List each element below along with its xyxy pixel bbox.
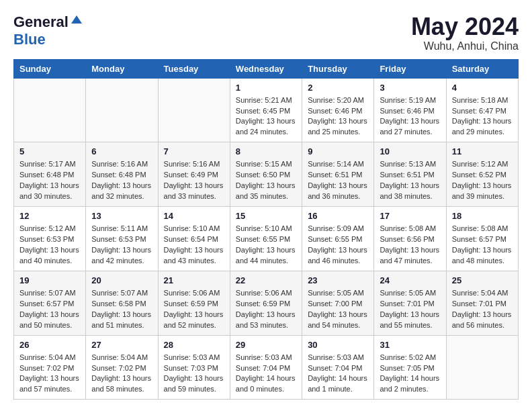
day-number: 2 [308,83,368,93]
day-number: 8 [236,146,296,156]
calendar-cell: 9Sunrise: 5:14 AM Sunset: 6:51 PM Daylig… [302,142,374,207]
day-number: 23 [308,275,368,285]
header-thursday: Thursday [302,59,374,78]
calendar-cell: 13Sunrise: 5:11 AM Sunset: 6:53 PM Dayli… [86,207,158,271]
day-info: Sunrise: 5:10 AM Sunset: 6:55 PM Dayligh… [236,224,296,267]
day-info: Sunrise: 5:16 AM Sunset: 6:49 PM Dayligh… [164,159,224,202]
calendar-cell: 14Sunrise: 5:10 AM Sunset: 6:54 PM Dayli… [158,207,230,271]
day-info: Sunrise: 5:07 AM Sunset: 6:57 PM Dayligh… [19,288,80,331]
day-info: Sunrise: 5:20 AM Sunset: 6:46 PM Dayligh… [308,95,368,138]
day-info: Sunrise: 5:16 AM Sunset: 6:48 PM Dayligh… [91,159,152,202]
calendar-cell: 29Sunrise: 5:03 AM Sunset: 7:04 PM Dayli… [230,335,302,400]
day-number: 12 [19,211,80,221]
day-info: Sunrise: 5:03 AM Sunset: 7:03 PM Dayligh… [164,353,224,396]
svg-marker-0 [71,15,82,24]
calendar-cell: 27Sunrise: 5:04 AM Sunset: 7:02 PM Dayli… [86,335,158,400]
day-number: 11 [452,146,513,156]
day-number: 25 [452,275,513,285]
day-number: 18 [452,211,513,221]
calendar-cell: 22Sunrise: 5:06 AM Sunset: 6:59 PM Dayli… [230,271,302,335]
header-saturday: Saturday [446,59,518,78]
header-tuesday: Tuesday [158,59,230,78]
week-row-1: 1Sunrise: 5:21 AM Sunset: 6:45 PM Daylig… [14,78,519,142]
logo-icon [70,14,83,28]
day-number: 6 [91,146,152,156]
calendar-cell: 25Sunrise: 5:04 AM Sunset: 7:01 PM Dayli… [446,271,518,335]
day-info: Sunrise: 5:04 AM Sunset: 7:01 PM Dayligh… [452,288,513,331]
day-number: 22 [236,275,296,285]
day-number: 19 [19,275,80,285]
day-number: 4 [452,83,513,93]
header-row: SundayMondayTuesdayWednesdayThursdayFrid… [14,59,519,78]
day-number: 26 [19,340,80,350]
calendar-cell [446,335,518,400]
calendar-cell: 5Sunrise: 5:17 AM Sunset: 6:48 PM Daylig… [14,142,86,207]
day-number: 16 [308,211,368,221]
day-number: 3 [380,83,440,93]
logo-general-text: General [13,13,69,31]
month-title: May 2024 [411,13,519,40]
week-row-5: 26Sunrise: 5:04 AM Sunset: 7:02 PM Dayli… [14,335,519,400]
day-info: Sunrise: 5:02 AM Sunset: 7:05 PM Dayligh… [380,353,440,396]
day-info: Sunrise: 5:13 AM Sunset: 6:51 PM Dayligh… [380,159,440,202]
calendar-cell: 15Sunrise: 5:10 AM Sunset: 6:55 PM Dayli… [230,207,302,271]
page-header: General Blue May 2024 Wuhu, Anhui, China [13,13,519,52]
day-number: 20 [91,275,152,285]
calendar-cell: 16Sunrise: 5:09 AM Sunset: 6:55 PM Dayli… [302,207,374,271]
day-info: Sunrise: 5:04 AM Sunset: 7:02 PM Dayligh… [91,353,152,396]
calendar-cell: 17Sunrise: 5:08 AM Sunset: 6:56 PM Dayli… [374,207,446,271]
day-number: 28 [164,340,224,350]
day-info: Sunrise: 5:12 AM Sunset: 6:52 PM Dayligh… [452,159,513,202]
calendar-cell: 8Sunrise: 5:15 AM Sunset: 6:50 PM Daylig… [230,142,302,207]
day-number: 14 [164,211,224,221]
calendar-cell: 7Sunrise: 5:16 AM Sunset: 6:49 PM Daylig… [158,142,230,207]
day-number: 17 [380,211,440,221]
calendar-cell: 26Sunrise: 5:04 AM Sunset: 7:02 PM Dayli… [14,335,86,400]
calendar-cell [14,78,86,142]
day-info: Sunrise: 5:11 AM Sunset: 6:53 PM Dayligh… [91,224,152,267]
day-info: Sunrise: 5:10 AM Sunset: 6:54 PM Dayligh… [164,224,224,267]
day-info: Sunrise: 5:15 AM Sunset: 6:50 PM Dayligh… [236,159,296,202]
day-info: Sunrise: 5:06 AM Sunset: 6:59 PM Dayligh… [164,288,224,331]
week-row-2: 5Sunrise: 5:17 AM Sunset: 6:48 PM Daylig… [14,142,519,207]
day-number: 5 [19,146,80,156]
calendar-cell [86,78,158,142]
calendar-table: SundayMondayTuesdayWednesdayThursdayFrid… [13,59,519,400]
day-info: Sunrise: 5:04 AM Sunset: 7:02 PM Dayligh… [19,353,80,396]
day-number: 30 [308,340,368,350]
day-number: 29 [236,340,296,350]
day-number: 7 [164,146,224,156]
day-number: 15 [236,211,296,221]
day-info: Sunrise: 5:03 AM Sunset: 7:04 PM Dayligh… [236,353,296,396]
calendar-cell: 1Sunrise: 5:21 AM Sunset: 6:45 PM Daylig… [230,78,302,142]
day-number: 31 [380,340,440,350]
calendar-cell: 19Sunrise: 5:07 AM Sunset: 6:57 PM Dayli… [14,271,86,335]
calendar-cell: 20Sunrise: 5:07 AM Sunset: 6:58 PM Dayli… [86,271,158,335]
day-number: 9 [308,146,368,156]
calendar-cell: 3Sunrise: 5:19 AM Sunset: 6:46 PM Daylig… [374,78,446,142]
calendar-cell [158,78,230,142]
week-row-4: 19Sunrise: 5:07 AM Sunset: 6:57 PM Dayli… [14,271,519,335]
day-info: Sunrise: 5:09 AM Sunset: 6:55 PM Dayligh… [308,224,368,267]
calendar-cell: 31Sunrise: 5:02 AM Sunset: 7:05 PM Dayli… [374,335,446,400]
day-info: Sunrise: 5:05 AM Sunset: 7:00 PM Dayligh… [308,288,368,331]
day-number: 1 [236,83,296,93]
day-info: Sunrise: 5:08 AM Sunset: 6:56 PM Dayligh… [380,224,440,267]
week-row-3: 12Sunrise: 5:12 AM Sunset: 6:53 PM Dayli… [14,207,519,271]
day-info: Sunrise: 5:12 AM Sunset: 6:53 PM Dayligh… [19,224,80,267]
day-info: Sunrise: 5:08 AM Sunset: 6:57 PM Dayligh… [452,224,513,267]
day-info: Sunrise: 5:06 AM Sunset: 6:59 PM Dayligh… [236,288,296,331]
calendar-cell: 30Sunrise: 5:03 AM Sunset: 7:04 PM Dayli… [302,335,374,400]
calendar-cell: 12Sunrise: 5:12 AM Sunset: 6:53 PM Dayli… [14,207,86,271]
day-number: 27 [91,340,152,350]
calendar-cell: 11Sunrise: 5:12 AM Sunset: 6:52 PM Dayli… [446,142,518,207]
day-number: 10 [380,146,440,156]
day-info: Sunrise: 5:14 AM Sunset: 6:51 PM Dayligh… [308,159,368,202]
day-info: Sunrise: 5:18 AM Sunset: 6:47 PM Dayligh… [452,95,513,138]
calendar-cell: 24Sunrise: 5:05 AM Sunset: 7:01 PM Dayli… [374,271,446,335]
calendar-cell: 21Sunrise: 5:06 AM Sunset: 6:59 PM Dayli… [158,271,230,335]
calendar-cell: 18Sunrise: 5:08 AM Sunset: 6:57 PM Dayli… [446,207,518,271]
calendar-cell: 23Sunrise: 5:05 AM Sunset: 7:00 PM Dayli… [302,271,374,335]
day-info: Sunrise: 5:17 AM Sunset: 6:48 PM Dayligh… [19,159,80,202]
day-info: Sunrise: 5:07 AM Sunset: 6:58 PM Dayligh… [91,288,152,331]
